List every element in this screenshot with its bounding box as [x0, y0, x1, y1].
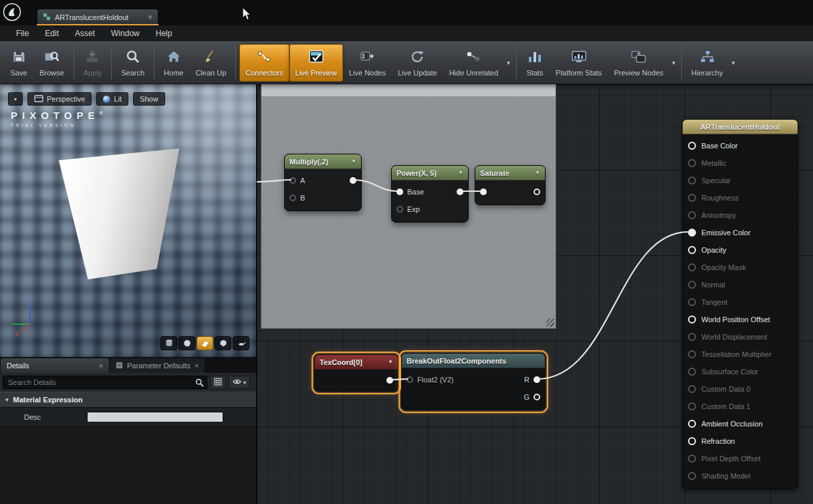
- preview-nodes-button[interactable]: Preview Nodes: [608, 44, 669, 82]
- result-pin-circle[interactable]: [688, 420, 696, 428]
- result-pin-row[interactable]: Specular: [683, 172, 798, 189]
- result-pin-row[interactable]: Opacity Mask: [683, 259, 798, 276]
- preview-cube-button[interactable]: [215, 336, 231, 350]
- search-button[interactable]: Search: [115, 44, 150, 82]
- input-pin[interactable]: [480, 188, 487, 195]
- result-pin-circle[interactable]: [688, 316, 696, 324]
- preview-viewport[interactable]: ▾ Perspective Lit Show PIXOTOPE® TRIAL V…: [0, 84, 257, 357]
- result-pin-row[interactable]: Custom Data 1: [683, 398, 798, 415]
- live-nodes-button[interactable]: Live Nodes: [343, 44, 392, 82]
- tab-close-icon[interactable]: ×: [148, 13, 152, 21]
- live-preview-button[interactable]: Live Preview: [289, 44, 343, 82]
- tab-details[interactable]: Details ×: [1, 358, 109, 373]
- save-button[interactable]: Save: [4, 44, 33, 82]
- preview-nodes-dropdown-arrow[interactable]: ▾: [669, 44, 678, 82]
- input-pin-exp[interactable]: [396, 206, 403, 213]
- result-pin-row[interactable]: Roughness: [683, 189, 798, 207]
- details-visibility-button[interactable]: ▾: [229, 376, 250, 389]
- viewport-options-button[interactable]: ▾: [8, 92, 23, 106]
- output-pin[interactable]: [534, 188, 540, 195]
- result-pin-circle[interactable]: [688, 298, 696, 306]
- result-pin-circle[interactable]: [688, 455, 696, 463]
- comment-title-bar[interactable]: [261, 84, 556, 97]
- menu-item[interactable]: Edit: [37, 25, 67, 41]
- input-pin-b[interactable]: [289, 195, 296, 201]
- result-pin-circle[interactable]: [688, 385, 696, 393]
- output-pin-g[interactable]: [534, 394, 540, 400]
- search-details-input[interactable]: [3, 376, 207, 389]
- tab-parameter-defaults-close-icon[interactable]: ×: [195, 362, 199, 370]
- desc-input[interactable]: [87, 412, 223, 422]
- result-pin-row[interactable]: Opacity: [683, 241, 798, 259]
- result-pin-circle[interactable]: [688, 472, 696, 480]
- result-pin-row[interactable]: World Position Offset: [683, 311, 798, 328]
- node-multiply[interactable]: Multiply(,2) ▼ A B: [284, 154, 362, 211]
- result-pin-row[interactable]: Anisotropy: [683, 207, 798, 224]
- result-pin-row[interactable]: Normal: [683, 276, 798, 293]
- hide-unrelated-button[interactable]: Hide Unrelated: [443, 44, 504, 82]
- result-pin-circle[interactable]: [688, 333, 696, 341]
- result-pin-circle[interactable]: [688, 211, 696, 219]
- result-pin-circle[interactable]: [688, 402, 696, 410]
- input-pin-base[interactable]: [396, 188, 403, 195]
- result-pin-row[interactable]: Pixel Depth Offset: [683, 450, 798, 467]
- details-grid-view-button[interactable]: [210, 376, 226, 389]
- tab-details-close-icon[interactable]: ×: [99, 362, 103, 370]
- result-pin-circle[interactable]: [688, 437, 696, 445]
- output-pin[interactable]: [457, 188, 463, 195]
- menu-item[interactable]: File: [8, 25, 37, 41]
- menu-item[interactable]: Asset: [67, 25, 103, 41]
- result-pin-row[interactable]: Subsurface Color: [683, 363, 798, 380]
- result-pin-row[interactable]: Metallic: [683, 154, 798, 172]
- result-pin-row[interactable]: Tessellation Multiplier: [683, 346, 798, 363]
- result-pin-circle[interactable]: [688, 281, 696, 289]
- apply-button[interactable]: Apply: [78, 44, 108, 82]
- result-pin-row[interactable]: Base Color: [683, 137, 798, 154]
- output-pin[interactable]: [386, 377, 393, 384]
- hide-unrelated-dropdown-arrow[interactable]: ▾: [504, 44, 513, 82]
- result-pin-circle[interactable]: [688, 350, 696, 358]
- result-pin-circle[interactable]: [688, 142, 696, 150]
- output-pin-r[interactable]: [534, 376, 540, 383]
- tab-parameter-defaults[interactable]: Parameter Defaults ×: [110, 358, 205, 373]
- view-mode-button[interactable]: Perspective: [27, 92, 92, 106]
- comment-resize-handle[interactable]: [546, 319, 554, 327]
- hierarchy-button[interactable]: Hierarchy: [685, 44, 729, 82]
- input-pin-a[interactable]: [289, 177, 296, 184]
- pin-row[interactable]: Exp: [392, 201, 468, 218]
- material-expression-section-header[interactable]: ▾ Material Expression: [0, 392, 256, 408]
- result-pin-circle[interactable]: [688, 194, 696, 202]
- preview-cylinder-button[interactable]: [160, 336, 177, 350]
- node-breakout-float2[interactable]: BreakOutFloat2Components Float2 (V2) R G: [401, 353, 546, 410]
- home-button[interactable]: Home: [158, 44, 189, 82]
- result-pin-circle[interactable]: [688, 176, 696, 184]
- clean-up-button[interactable]: Clean Up: [189, 44, 232, 82]
- output-pin[interactable]: [350, 177, 356, 184]
- result-pin-circle[interactable]: [688, 368, 696, 376]
- result-pin-row[interactable]: World Displacement: [683, 328, 798, 346]
- node-power[interactable]: Power(X, 5) ▼ Base Exp: [391, 165, 469, 223]
- result-pin-row[interactable]: Ambient Occlusion: [683, 415, 798, 432]
- stats-button[interactable]: Stats: [520, 44, 550, 82]
- result-pin-circle[interactable]: [688, 263, 696, 271]
- menu-item[interactable]: Window: [103, 25, 148, 41]
- result-pin-circle[interactable]: [688, 246, 696, 254]
- menu-item[interactable]: Help: [148, 25, 181, 41]
- result-pin-circle[interactable]: [688, 159, 696, 167]
- input-pin-float2[interactable]: [406, 376, 413, 383]
- preview-plane-button[interactable]: [197, 336, 213, 350]
- pin-row[interactable]: B: [285, 189, 361, 207]
- result-pin-circle[interactable]: [688, 229, 696, 237]
- preview-mesh-button[interactable]: [233, 336, 249, 350]
- node-saturate[interactable]: Saturate ▼: [475, 165, 546, 205]
- preview-sphere-button[interactable]: [179, 336, 195, 350]
- asset-tab[interactable]: ARTranslucentHoldout ×: [37, 9, 158, 25]
- lit-mode-button[interactable]: Lit: [96, 92, 128, 106]
- node-material-result[interactable]: ARTranslucentHoldout Base Color Metallic: [682, 119, 798, 489]
- show-button[interactable]: Show: [133, 92, 165, 106]
- browse-button[interactable]: Browse: [33, 44, 70, 82]
- connectors-button[interactable]: Connectors: [239, 44, 289, 82]
- node-texcoord[interactable]: TexCoord[0] ▼: [314, 354, 398, 392]
- material-graph-canvas[interactable]: Multiply(,2) ▼ A B Power(X, 5) ▼ Base Ex…: [257, 84, 813, 504]
- result-pin-row[interactable]: Refraction: [683, 432, 798, 450]
